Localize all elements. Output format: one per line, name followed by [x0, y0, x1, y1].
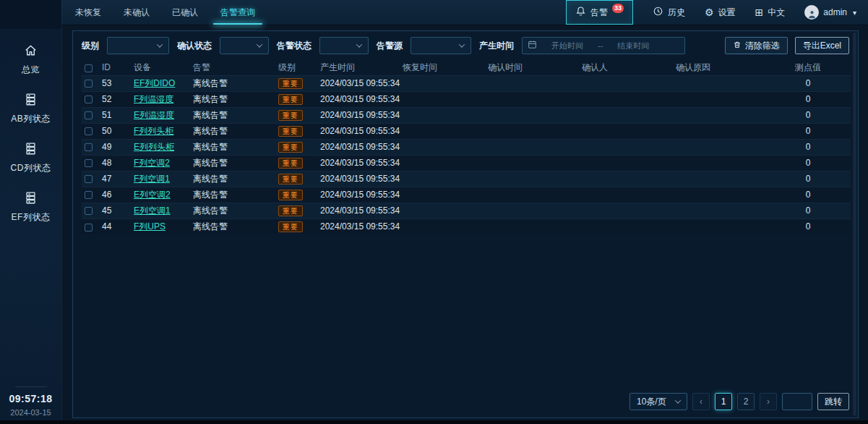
sidebar-item-overview[interactable]: 总览 [0, 35, 61, 84]
rack-icon [24, 191, 38, 207]
sidebar-item-cd-column-status[interactable]: CD列状态 [0, 133, 61, 182]
sidebar-item-ab-column-status[interactable]: AB列状态 [0, 84, 61, 133]
device-link[interactable]: E列温湿度 [134, 110, 174, 120]
language-button[interactable]: ⊞ 中文 [755, 7, 786, 19]
level-badge: 重要 [278, 142, 303, 153]
settings-label: 设置 [718, 7, 736, 19]
alarm-source-select[interactable] [411, 37, 471, 54]
col-level: 级别 [275, 60, 317, 75]
chevron-down-icon: ▾ [853, 9, 856, 17]
tab-unconfirmed[interactable]: 未确认 [122, 0, 151, 25]
cell-confirm-time [485, 91, 579, 107]
pagination: 10条/页 ‹ 12 › 跳转 [629, 393, 849, 410]
device-link[interactable]: E列空调1 [134, 205, 171, 216]
device-link[interactable]: E列列头柜 [134, 142, 174, 152]
cell-created-time: 2024/03/15 09:55:34 [317, 187, 400, 203]
row-checkbox[interactable] [85, 224, 93, 232]
cell-created-time: 2024/03/15 09:55:34 [317, 139, 400, 155]
device-link[interactable]: F列列头柜 [134, 126, 173, 136]
end-time-input[interactable] [606, 41, 661, 51]
history-button[interactable]: 历史 [653, 6, 685, 19]
row-checkbox[interactable] [85, 159, 93, 167]
level-badge: 重要 [278, 126, 303, 137]
alarm-status-select[interactable] [319, 37, 369, 54]
cell-recover-time [400, 75, 485, 91]
row-checkbox[interactable] [85, 96, 93, 103]
device-link[interactable]: EF列DIDO [134, 78, 175, 88]
page-size-value: 10条/页 [637, 396, 666, 408]
table-row: 45E列空调1离线告警重要2024/03/15 09:55:340 [82, 203, 851, 219]
date-range-picker[interactable]: -- [522, 37, 685, 54]
cell-alarm: 离线告警 [190, 219, 275, 234]
page-size-select[interactable]: 10条/页 [629, 393, 687, 410]
sidebar-item-ef-column-status[interactable]: EF列状态 [0, 182, 61, 232]
row-checkbox[interactable] [85, 80, 93, 88]
col-recover-time: 恢复时间 [400, 60, 485, 75]
cell-confirm-reason [673, 155, 765, 171]
device-link[interactable]: F列空调2 [134, 158, 170, 168]
trash-icon [733, 41, 742, 51]
tab-unrecovered[interactable]: 未恢复 [74, 0, 103, 25]
page-button-2[interactable]: 2 [737, 393, 755, 410]
cell-id: 53 [99, 75, 131, 91]
cell-recover-time [400, 107, 485, 123]
confirm-status-select[interactable] [220, 37, 269, 54]
rack-icon [24, 142, 38, 158]
export-excel-button[interactable]: 导出Excel [795, 37, 849, 54]
next-page-button[interactable]: › [760, 393, 777, 410]
cell-alarm: 离线告警 [190, 91, 275, 107]
sidebar: 总览 AB列状态 CD列状态 EF列状态 09:57:18 2024-03-15 [0, 0, 61, 424]
cell-confirm-reason [673, 91, 765, 107]
alarm-count-badge: 33 [612, 4, 624, 13]
device-link[interactable]: F列UPS [134, 221, 166, 232]
cell-confirm-time [485, 123, 579, 139]
cell-recover-time [400, 203, 485, 219]
cell-point-value: 0 [765, 155, 851, 171]
cell-point-value: 0 [765, 219, 851, 234]
cell-point-value: 0 [765, 171, 851, 187]
cell-recover-time [400, 187, 485, 203]
row-checkbox[interactable] [85, 207, 93, 215]
scrollbar[interactable] [853, 33, 856, 416]
clock-divider [15, 386, 47, 387]
jump-button[interactable]: 跳转 [817, 393, 849, 410]
row-checkbox[interactable] [85, 175, 93, 183]
cell-recover-time [400, 155, 485, 171]
device-link[interactable]: F列温湿度 [134, 94, 173, 104]
cell-alarm: 离线告警 [190, 75, 275, 91]
row-checkbox[interactable] [85, 143, 93, 151]
row-checkbox[interactable] [85, 127, 93, 135]
level-select[interactable] [107, 37, 169, 54]
alarm-button[interactable]: 告警 33 [566, 0, 633, 25]
cell-recover-time [400, 139, 485, 155]
cell-alarm: 离线告警 [190, 107, 275, 123]
cell-confirmer [579, 203, 673, 219]
prev-page-button[interactable]: ‹ [692, 393, 710, 410]
clear-filters-button[interactable]: 清除筛选 [725, 37, 788, 54]
device-link[interactable]: E列空调2 [134, 190, 171, 200]
page-button-1[interactable]: 1 [715, 393, 732, 410]
device-link[interactable]: F列空调1 [134, 174, 170, 184]
cell-confirm-time [485, 171, 579, 187]
settings-button[interactable]: ⚙ 设置 [705, 7, 736, 19]
start-time-input[interactable] [540, 41, 595, 51]
level-filter-label: 级别 [82, 40, 99, 52]
level-badge: 重要 [278, 174, 303, 185]
cell-confirm-reason [673, 107, 765, 123]
row-checkbox[interactable] [85, 191, 93, 199]
cell-created-time: 2024/03/15 09:55:34 [317, 219, 400, 234]
row-checkbox[interactable] [85, 111, 93, 119]
user-menu[interactable]: admin ▾ [804, 5, 856, 20]
jump-page-input[interactable] [782, 393, 812, 410]
chevron-down-icon [157, 41, 163, 47]
bottom-strip [0, 420, 868, 424]
chevron-down-icon [675, 397, 681, 403]
cell-confirm-reason [673, 203, 765, 219]
col-point-value: 测点值 [765, 60, 851, 75]
table-row: 49E列列头柜离线告警重要2024/03/15 09:55:340 [82, 139, 851, 155]
cell-id: 49 [99, 139, 131, 155]
select-all-checkbox[interactable] [85, 64, 93, 72]
tab-confirmed[interactable]: 已确认 [171, 0, 199, 25]
tab-alarm-query[interactable]: 告警查询 [219, 0, 257, 25]
range-separator: -- [598, 41, 603, 50]
